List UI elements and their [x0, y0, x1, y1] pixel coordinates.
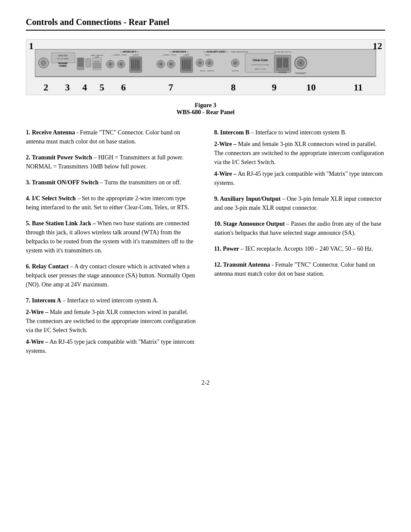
svg-point-76: [299, 62, 302, 64]
svg-text:OUTPUT: OUTPUT: [207, 70, 215, 72]
right-column: 8. Intercom B – Interface to wired inter…: [214, 128, 385, 362]
svg-text:100-240 VAC 50-60 Hz: 100-240 VAC 50-60 Hz: [274, 51, 291, 53]
page-number: 2-2: [26, 380, 385, 386]
page-title: Controls and Connections - Rear Panel: [26, 17, 385, 31]
svg-text:MADE IN USA: MADE IN USA: [255, 68, 266, 70]
svg-point-40: [170, 63, 172, 65]
svg-text:POWER: POWER: [59, 65, 67, 67]
svg-point-37: [160, 63, 162, 65]
diagram-num-9: 9: [272, 82, 277, 93]
content-columns: 1. Receive Antenna - Female "TNC" Connec…: [26, 128, 385, 362]
item-12: 12. Transmit Antenna - Female "TNC" Conn…: [214, 260, 385, 278]
item-8: 8. Intercom B – Interface to wired inter…: [214, 128, 385, 187]
svg-rect-71: [277, 59, 282, 67]
svg-point-62: [234, 62, 236, 64]
svg-text:LINK: LINK: [95, 56, 99, 58]
diagram-num-1: 1: [29, 40, 34, 52]
item-3: 3. Transmit ON/OFF Switch – Turns the tr…: [26, 178, 197, 187]
svg-point-2: [41, 60, 46, 65]
svg-rect-10: [78, 63, 83, 66]
svg-text:— 2-WIRE— PUSH: — 2-WIRE— PUSH: [161, 54, 176, 56]
svg-text:POWER: POWER: [279, 71, 287, 74]
svg-text:RELAY: RELAY: [94, 60, 100, 62]
item-4: 4. I/C Select Switch – Set to the approp…: [26, 194, 197, 212]
svg-text:— 2-WIRE— PUSH: — 2-WIRE— PUSH: [111, 54, 126, 56]
item-6: 6. Relay Contact – A dry contact closure…: [26, 262, 197, 289]
diagram-num-3: 3: [65, 82, 70, 93]
svg-text:4-WIRE: 4-WIRE: [133, 54, 139, 56]
diagram-num-10: 10: [306, 82, 316, 93]
svg-point-24: [120, 63, 122, 65]
diagram-num-4: 4: [82, 82, 87, 93]
svg-rect-43: [182, 59, 191, 71]
svg-point-21: [109, 63, 111, 65]
svg-text:TRANSMIT: TRANSMIT: [58, 62, 68, 65]
svg-text:4-WIRE: 4-WIRE: [184, 54, 190, 56]
svg-rect-27: [131, 59, 140, 71]
item-10: 10. Stage Announce Output – Passes the a…: [214, 219, 385, 237]
svg-text:TRANSMIT: TRANSMIT: [295, 72, 306, 75]
item-2: 2. Transmit Power Switch – HIGH = Transm…: [26, 153, 197, 171]
svg-text:— AUXILIARY AUDIO —: — AUXILIARY AUDIO —: [204, 50, 228, 53]
panel-svg: WBS-680 FCC ID / BASE TRANSMIT POWER REL…: [35, 49, 376, 80]
item-11: 11. Power – IEC receptacle. Accepts 100 …: [214, 244, 385, 253]
svg-text:WBS-680: WBS-680: [58, 54, 68, 57]
svg-rect-72: [283, 59, 288, 67]
svg-text:— INTERCOM A —: — INTERCOM A —: [120, 50, 139, 53]
svg-rect-9: [78, 59, 83, 62]
svg-rect-14: [93, 63, 100, 68]
svg-text:INTERCOM SYSTEMS: INTERCOM SYSTEMS: [251, 64, 269, 66]
rear-panel-diagram: 1 12 WBS-680 FCC ID / BASE TRANSMIT POWE…: [26, 39, 385, 95]
svg-text:INPUT: INPUT: [200, 70, 206, 72]
diagram-num-5: 5: [100, 82, 104, 93]
svg-text:Clear-Com: Clear-Com: [252, 59, 268, 62]
diagram-num-2: 2: [44, 82, 48, 93]
diagram-num-11: 11: [354, 82, 363, 93]
item-5: 5. Base Station Link Jack – When two bas…: [26, 219, 197, 255]
diagram-num-8: 8: [231, 82, 236, 93]
svg-rect-11: [86, 59, 91, 67]
svg-text:STAGE ANNOUNCER: STAGE ANNOUNCER: [231, 51, 248, 53]
figure-caption: Figure 3 WBS-680 - Rear Panel: [26, 102, 385, 116]
item-9: 9. Auxiliary Input/Output – One 3-pin fe…: [214, 194, 385, 212]
svg-text:FCC ID / BASE: FCC ID / BASE: [57, 58, 69, 60]
diagram-num-7: 7: [168, 82, 173, 93]
svg-text:OUTPUT: OUTPUT: [232, 70, 239, 72]
svg-point-53: [199, 62, 201, 64]
item-1: 1. Receive Antenna - Female "TNC" Connec…: [26, 128, 197, 146]
left-column: 1. Receive Antenna - Female "TNC" Connec…: [26, 128, 197, 362]
svg-point-56: [209, 62, 210, 64]
diagram-num-6: 6: [121, 82, 126, 93]
item-7: 7. Intercom A – Interface to wired inter…: [26, 296, 197, 355]
svg-text:— INTERCOM B —: — INTERCOM B —: [170, 50, 189, 53]
svg-text:PUSH: PUSH: [205, 54, 209, 56]
